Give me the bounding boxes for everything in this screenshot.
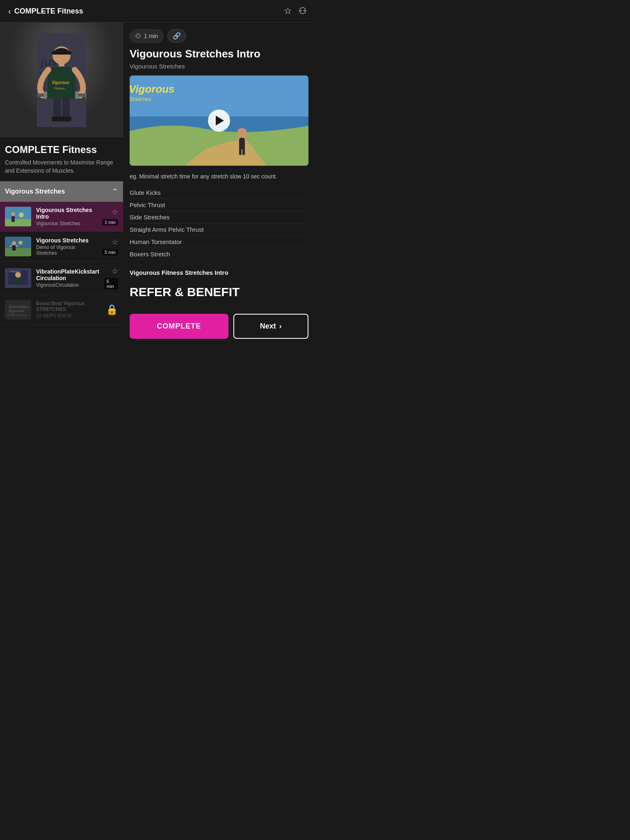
lesson-list: Vigourous Stretches Intro Vigourous Stre… [0, 202, 123, 325]
svg-rect-42 [239, 148, 242, 155]
complete-button[interactable]: COMPLETE [130, 314, 228, 339]
svg-point-28 [12, 241, 16, 245]
lesson-item[interactable]: Vigorous Stretches Demo of Vigorous Stre… [0, 232, 123, 262]
star-icon[interactable]: ☆ [112, 237, 118, 247]
vigorous-fitness-label: Vigourous Fitness Stretches Intro [130, 267, 308, 278]
svg-rect-32 [16, 278, 21, 285]
video-title: Vigourous Stretches Intro [130, 48, 308, 60]
lesson-item[interactable]: Boost Best Vigorous STRETCHES Boost Best… [0, 295, 123, 325]
description-text: eg. Minimal stretch time for any stretch… [130, 172, 308, 181]
svg-point-23 [11, 212, 15, 216]
duration-text: 1 min [144, 33, 158, 39]
right-column: ⏲ 1 min 🔗 Vigourous Stretches Intro Vigo… [123, 23, 315, 345]
svg-rect-13 [61, 116, 71, 121]
exercise-item: Pelvic Thrust [130, 199, 308, 211]
svg-text:Fitness: Fitness [54, 87, 65, 90]
lesson-name: Boost Best Vigorous STRETCHES [36, 301, 101, 312]
next-button[interactable]: Next › [233, 314, 308, 339]
course-title: COMPLETE Fitness [5, 144, 118, 155]
lesson-meta: ☆ 1 min [102, 208, 118, 226]
lesson-thumbnail [5, 207, 31, 226]
lesson-meta: ☆ 5 min [102, 237, 118, 256]
duration-badge: 5 min [102, 249, 118, 256]
svg-text:Vigorous: Vigorous [130, 83, 175, 95]
video-subtitle: Vigourous Stretches [130, 63, 308, 70]
section-header[interactable]: Vigorous Stretches ⌃ [0, 181, 123, 202]
exercise-item: Boxers Stretch [130, 248, 308, 260]
trainer-silhouette: just viv [37, 33, 86, 127]
svg-rect-4 [52, 51, 71, 55]
exercise-item: Straight Arms Pelvic Thrust [130, 224, 308, 236]
svg-text:Stretches: Stretches [130, 96, 151, 102]
svg-rect-11 [62, 98, 70, 118]
lesson-details: Vigorous Stretches Demo of Vigorous Stre… [36, 237, 97, 256]
back-button[interactable]: ‹ [8, 7, 11, 16]
meta-bar: ⏲ 1 min 🔗 [130, 29, 308, 43]
svg-point-40 [237, 128, 247, 138]
svg-rect-21 [5, 219, 31, 226]
svg-rect-24 [11, 216, 15, 222]
exercise-item: Side Stretches [130, 211, 308, 224]
bottom-bar: COMPLETE Next › [130, 307, 308, 339]
svg-point-27 [18, 241, 23, 245]
lesson-name: VibrationPlateKickstart Circulation [36, 268, 99, 281]
lesson-details: Vigourous Stretches Intro Vigourous Stre… [36, 207, 97, 226]
svg-text:Boost Best: Boost Best [9, 305, 29, 309]
lesson-description: 10 REPS EACH [36, 313, 101, 319]
lock-icon: 🔒 [106, 304, 118, 315]
duration-badge: 1 min [102, 219, 118, 226]
svg-point-22 [19, 212, 24, 217]
duration-pill: ⏲ 1 min [130, 30, 163, 43]
lesson-description: Vigourous Stretches [36, 221, 97, 226]
svg-rect-10 [53, 98, 61, 118]
star-icon[interactable]: ☆ [112, 208, 118, 217]
lesson-meta: ☆ 5 min [104, 267, 118, 290]
svg-rect-41 [239, 138, 245, 149]
svg-rect-19 [85, 91, 86, 99]
clock-icon: ⏲ [135, 32, 142, 40]
svg-text:Vigorous: Vigorous [8, 309, 24, 313]
exercise-item: Glute Kicks [130, 187, 308, 199]
chevron-up-icon: ⌃ [112, 187, 118, 196]
svg-point-31 [15, 272, 21, 278]
lesson-item[interactable]: VibrationPlateKickstart Circulation Vigo… [0, 262, 123, 295]
hero-image: just viv [0, 23, 123, 137]
lesson-meta: 🔒 [106, 304, 118, 315]
link-pill[interactable]: 🔗 [167, 29, 186, 43]
lesson-name: Vigorous Stretches [36, 237, 97, 244]
course-info: COMPLETE Fitness Controlled Movements to… [0, 137, 123, 181]
lesson-details: VibrationPlateKickstart Circulation Vigo… [36, 268, 99, 288]
lesson-thumbnail: Boost Best Vigorous STRETCHES [5, 300, 31, 320]
lesson-thumbnail [5, 268, 31, 288]
video-thumbnail[interactable]: Vigorous Stretches [130, 75, 308, 166]
star-icon[interactable]: ☆ [112, 267, 118, 276]
bookmark-icon[interactable]: ☆ [284, 6, 292, 16]
play-button[interactable] [208, 110, 230, 132]
header-left: ‹ COMPLETE Fitness [8, 7, 83, 16]
exercise-item: Human Torsentator [130, 236, 308, 248]
svg-rect-16 [44, 91, 47, 99]
lesson-details: Boost Best Vigorous STRETCHES 10 REPS EA… [36, 301, 101, 319]
lesson-name: Vigourous Stretches Intro [36, 207, 97, 220]
next-label: Next [260, 322, 276, 331]
section-title: Vigorous Stretches [5, 188, 65, 195]
chevron-right-icon: › [279, 322, 282, 331]
lesson-item[interactable]: Vigourous Stretches Intro Vigourous Stre… [0, 202, 123, 232]
course-description: Controlled Movements to Maximise Range a… [5, 159, 118, 175]
duration-badge: 5 min [104, 278, 118, 290]
lesson-description: Demo of Vigorous Stretches [36, 244, 97, 256]
lesson-description: VigorousCirculation [36, 282, 99, 288]
play-triangle-icon [216, 116, 224, 126]
exercise-list: Glute Kicks Pelvic Thrust Side Stretches… [130, 187, 308, 260]
main-content: just viv [0, 23, 315, 345]
svg-rect-33 [9, 271, 21, 272]
header-right: ☆ ⚇ [284, 6, 307, 16]
link-icon[interactable]: ⚇ [299, 6, 307, 16]
header: ‹ COMPLETE Fitness ☆ ⚇ [0, 0, 315, 23]
lesson-thumbnail [5, 237, 31, 256]
svg-text:STRETCHES: STRETCHES [7, 313, 27, 317]
refer-benefit-title: REFER & BENEFIT [130, 285, 308, 299]
svg-rect-26 [5, 248, 31, 256]
svg-text:Vigorous: Vigorous [52, 80, 69, 85]
header-title: COMPLETE Fitness [14, 7, 83, 16]
